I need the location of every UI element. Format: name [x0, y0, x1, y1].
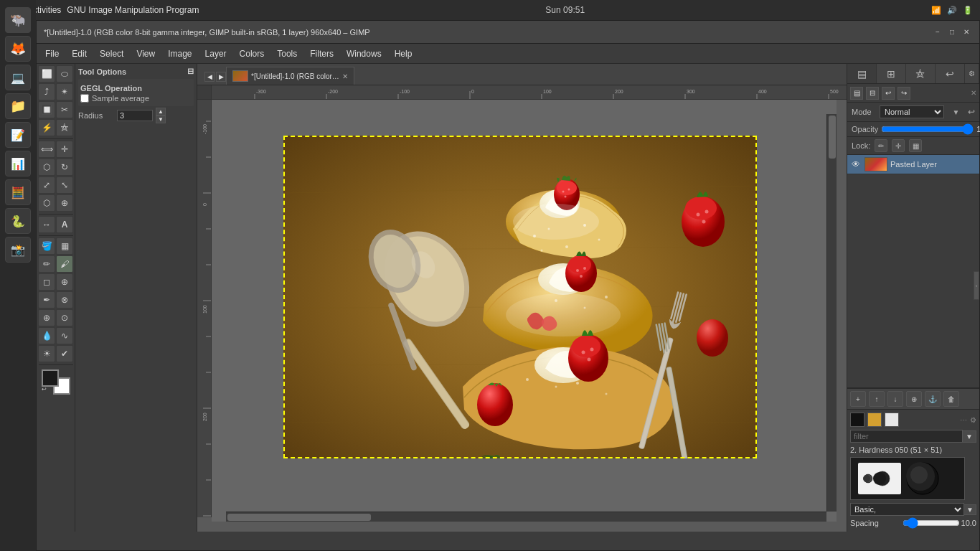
black-swatch[interactable]	[850, 413, 864, 427]
fuzzy-select-tool[interactable]: ✴	[56, 83, 73, 100]
menu-filters[interactable]: Filters	[304, 47, 339, 60]
panel-settings[interactable]: ⚙	[965, 64, 979, 83]
raise-layer-btn[interactable]: ↑	[869, 391, 885, 407]
right-panel-collapse[interactable]: ‹	[974, 271, 979, 300]
menu-image[interactable]: Image	[162, 47, 197, 60]
dock-gimp-icon[interactable]: 🐃	[5, 7, 31, 33]
fg-select-tool[interactable]: ⚡	[38, 119, 55, 136]
layers-tab[interactable]: ▤	[847, 64, 877, 83]
ellipse-select-tool[interactable]: ⬭	[56, 65, 73, 83]
blend-tool[interactable]: ▦	[56, 237, 73, 255]
undo-history-tab[interactable]: ↩	[936, 64, 965, 83]
new-layer-btn[interactable]: +	[850, 391, 866, 407]
dock-screenshot-icon[interactable]: 📸	[5, 237, 31, 263]
close-button[interactable]: ✕	[961, 27, 972, 38]
vertical-scrollbar[interactable]	[826, 114, 837, 512]
sample-average-checkbox[interactable]	[80, 94, 89, 103]
dock-folder-icon[interactable]: 📁	[5, 93, 31, 119]
reset-colors-icon[interactable]: ↩	[42, 386, 50, 395]
move-tool[interactable]: ✛	[56, 141, 73, 158]
app-menu-label[interactable]: GNU Image Manipulation Program	[67, 5, 199, 15]
menu-select[interactable]: Select	[94, 47, 129, 60]
canvas-viewport[interactable]	[212, 100, 837, 522]
rect-select-tool[interactable]: ⬜	[38, 65, 55, 83]
brush-filter-input[interactable]	[850, 430, 963, 443]
dodge-burn-tool[interactable]: ☀	[38, 345, 55, 362]
v-scroll-thumb[interactable]	[829, 116, 836, 159]
radius-up-btn[interactable]: ▲	[156, 108, 166, 116]
panel-icon-3[interactable]: ↩	[882, 87, 895, 100]
dock-text-editor-icon[interactable]: 📝	[5, 122, 31, 148]
paths-tab[interactable]: ⛤	[906, 64, 936, 83]
undo-icon[interactable]: ↩	[968, 107, 975, 117]
shear-tool[interactable]: ⤡	[56, 176, 73, 194]
tab-close-btn[interactable]: ✕	[342, 72, 348, 80]
brush-preset-arrow[interactable]: ▼	[964, 504, 976, 515]
clone-tool[interactable]: ⊗	[56, 291, 73, 309]
airbrush-tool[interactable]: ⊕	[56, 273, 73, 291]
menu-tools[interactable]: Tools	[271, 47, 303, 60]
panel-icon-1[interactable]: ▤	[850, 87, 863, 100]
horizontal-scrollbar[interactable]	[226, 512, 826, 522]
menu-help[interactable]: Help	[389, 47, 418, 60]
color-picker-tool[interactable]: ✔	[56, 345, 73, 362]
fg-color-swatch[interactable]	[42, 369, 59, 387]
dock-python-icon[interactable]: 🐍	[5, 208, 31, 234]
pencil-tool[interactable]: ✏	[38, 255, 55, 273]
eraser-tool[interactable]: ◻	[38, 273, 55, 291]
paths-tool[interactable]: ⛤	[56, 119, 73, 136]
menu-file[interactable]: File	[39, 47, 65, 60]
menu-colors[interactable]: Colors	[234, 47, 270, 60]
panel-collapse-icon[interactable]: ✕	[971, 89, 976, 97]
lower-layer-btn[interactable]: ↓	[887, 391, 903, 407]
dock-terminal-icon[interactable]: 💻	[5, 65, 31, 90]
brush-panel-settings[interactable]: ⚙	[970, 416, 976, 424]
mode-select[interactable]: Normal	[880, 105, 944, 118]
select-by-color-tool[interactable]: 🔲	[38, 101, 55, 118]
menu-layer[interactable]: Layer	[199, 47, 232, 60]
heal-tool[interactable]: ⊕	[38, 309, 55, 326]
smudge-tool[interactable]: ∿	[56, 327, 73, 344]
lock-alpha-btn[interactable]: ▦	[909, 139, 922, 152]
unified-transform-tool[interactable]: ⊕	[56, 194, 73, 212]
brush-preset-select[interactable]: Basic,	[850, 503, 964, 516]
dock-calc-icon[interactable]: 🧮	[5, 179, 31, 205]
crop-tool[interactable]: ⬡	[38, 159, 55, 176]
anchor-layer-btn[interactable]: ⚓	[925, 391, 941, 407]
canvas-nav-left[interactable]: ◀	[204, 72, 215, 82]
brush-filter-arrow[interactable]: ▼	[963, 430, 976, 443]
minimize-button[interactable]: −	[932, 27, 943, 38]
canvas-nav-right[interactable]: ▶	[216, 72, 226, 82]
ink-tool[interactable]: ✒	[38, 291, 55, 309]
perspective-clone-tool[interactable]: ⊙	[56, 309, 73, 326]
menu-edit[interactable]: Edit	[66, 47, 93, 60]
dock-spreadsheet-icon[interactable]: 📊	[5, 151, 31, 176]
dock-firefox-icon[interactable]: 🦊	[5, 36, 31, 62]
channels-tab[interactable]: ⊞	[877, 64, 906, 83]
panel-icon-4[interactable]: ↪	[897, 87, 910, 100]
h-scroll-thumb[interactable]	[227, 514, 371, 521]
radius-down-btn[interactable]: ▼	[156, 116, 166, 123]
tool-options-collapse[interactable]: ⊟	[187, 67, 194, 76]
scissors-select-tool[interactable]: ✂	[56, 101, 73, 118]
free-select-tool[interactable]: ⤴	[38, 83, 55, 100]
radius-input[interactable]	[117, 110, 153, 121]
bucket-fill-tool[interactable]: 🪣	[38, 237, 55, 255]
text-tool[interactable]: A	[56, 216, 73, 233]
opacity-slider[interactable]	[881, 125, 974, 133]
scale-tool[interactable]: ⤢	[38, 176, 55, 194]
blur-tool[interactable]: 💧	[38, 327, 55, 344]
image-canvas[interactable]	[283, 136, 757, 458]
rotate-tool[interactable]: ↻	[56, 159, 73, 176]
menu-view[interactable]: View	[131, 47, 161, 60]
orange-swatch[interactable]	[867, 413, 882, 427]
delete-layer-btn[interactable]: 🗑	[943, 391, 959, 407]
perspective-tool[interactable]: ⬡	[38, 194, 55, 212]
paintbrush-tool[interactable]: 🖌	[56, 255, 73, 273]
canvas-tab[interactable]: *[Untitled]-1.0 (RGB color… ✕	[226, 67, 354, 85]
menu-windows[interactable]: Windows	[341, 47, 387, 60]
panel-icon-2[interactable]: ⊟	[866, 87, 879, 100]
brush-panel-expand[interactable]: ⋯	[960, 416, 967, 424]
align-tool[interactable]: ⟺	[38, 141, 55, 158]
duplicate-layer-btn[interactable]: ⊕	[906, 391, 922, 407]
